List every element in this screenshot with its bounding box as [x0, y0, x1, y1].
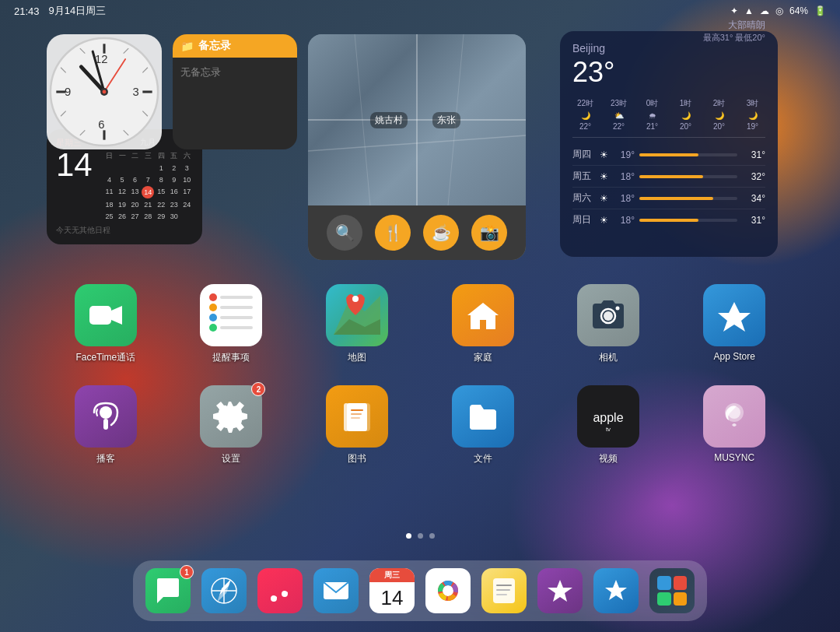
map-camera-button[interactable]: 📸 — [471, 215, 507, 251]
rem-row-3 — [209, 324, 253, 332]
apps-row-1: FaceTime通话 提醒事项 地图 家庭 相机 — [47, 284, 793, 364]
page-dot-3[interactable] — [429, 533, 435, 539]
wifi-icon: ▲ — [744, 5, 754, 16]
hour-temp: 21° — [646, 122, 658, 131]
reminders-icon — [200, 284, 262, 346]
dock-notes[interactable] — [481, 568, 527, 613]
dock-messages[interactable]: 1 — [145, 568, 191, 613]
svg-point-62 — [445, 588, 451, 594]
app-appletv[interactable]: appletv 视频 — [550, 385, 668, 465]
cal-cell: 5 — [116, 174, 128, 185]
app-settings[interactable]: 2 设置 — [173, 385, 291, 465]
app-facetime[interactable]: FaceTime通话 — [47, 284, 165, 364]
map-cafe-button[interactable]: ☕ — [423, 215, 459, 251]
cal-cell: 30 — [168, 211, 180, 222]
books-label: 图书 — [348, 452, 366, 465]
day-bar-wrap — [639, 219, 737, 222]
settings-label: 设置 — [222, 452, 240, 465]
day-icon: ☀ — [596, 149, 611, 160]
signal-icon: ✦ — [730, 5, 738, 16]
date-display: 9月14日周三 — [49, 4, 107, 18]
files-label: 文件 — [474, 452, 492, 465]
messages-badge: 1 — [180, 565, 194, 579]
calendar-no-event: 今天无其他日程 — [56, 225, 193, 236]
app-musync[interactable]: MUSYNC — [675, 385, 793, 465]
calendar-dock-inner: 周三 14 — [369, 568, 415, 613]
clock-face: 12 3 6 9 — [47, 34, 162, 149]
app-maps[interactable]: 地图 — [298, 284, 416, 364]
weather-hour-5: 3时 🌙 19° — [740, 98, 765, 131]
notes-header: 📁 备忘录 — [173, 34, 297, 58]
app-podcasts[interactable]: 播客 — [47, 385, 165, 465]
cal-hdr-fri: 五 — [168, 150, 180, 162]
cal-cell: 3 — [180, 163, 193, 174]
cal-cell: 13 — [129, 186, 142, 198]
map-svg — [308, 34, 526, 205]
page-dot-2[interactable] — [418, 533, 423, 539]
hour-temp: 20° — [713, 122, 725, 131]
dock-photos[interactable] — [425, 568, 471, 613]
svg-text:9: 9 — [65, 86, 71, 98]
map-restaurant-button[interactable]: 🍴 — [375, 215, 411, 251]
appstore-icon — [703, 284, 765, 346]
svg-text:apple: apple — [593, 411, 624, 424]
cal-cell — [103, 163, 116, 174]
cal-cell: 23 — [168, 199, 180, 210]
cal-dock-weekday: 周三 — [369, 568, 415, 582]
cal-cell: 4 — [103, 174, 116, 185]
dock-safari[interactable] — [201, 568, 247, 613]
cal-hdr-mon: 一 — [116, 150, 128, 162]
weather-highlow: 最高31° 最低20° — [703, 32, 765, 44]
app-camera[interactable]: 相机 — [550, 284, 668, 364]
app-files[interactable]: 文件 — [424, 385, 542, 465]
cal-cell: 8 — [155, 174, 167, 185]
day-icon: ☀ — [596, 171, 611, 182]
rem-line — [220, 296, 253, 299]
multiapp-cell-2 — [674, 576, 688, 590]
page-dot-1[interactable] — [406, 533, 411, 539]
weather-hour-2: 0时 🌧 21° — [639, 98, 665, 131]
cal-cell: 18 — [103, 199, 116, 210]
hour-icon: 🌙 — [715, 111, 724, 120]
multiapp-cell-4 — [674, 592, 688, 606]
day-name: 周六 — [572, 191, 596, 205]
app-appstore[interactable]: App Store — [675, 284, 793, 364]
day-icon: ☀ — [596, 215, 611, 226]
facetime-icon — [75, 284, 137, 346]
dock-mail[interactable] — [313, 568, 359, 613]
day-high: 31° — [742, 149, 765, 160]
svg-rect-38 — [103, 419, 108, 430]
cal-cell: 22 — [155, 199, 167, 210]
rem-row-1 — [209, 304, 253, 311]
cal-cell: 24 — [180, 199, 193, 210]
app-books[interactable]: 图书 — [298, 385, 416, 465]
app-reminders[interactable]: 提醒事项 — [173, 284, 291, 364]
dock-appstore[interactable] — [593, 568, 639, 613]
app-home[interactable]: 家庭 — [424, 284, 542, 364]
dock-music[interactable] — [257, 568, 303, 613]
maps-icon — [326, 284, 388, 346]
cal-hdr-wed: 三 — [142, 150, 154, 162]
map-search-button[interactable]: 🔍 — [327, 215, 362, 251]
cal-cell — [129, 163, 142, 174]
dock-multiapp[interactable] — [649, 568, 695, 613]
cal-cell — [180, 211, 193, 222]
rem-line — [220, 306, 253, 309]
day-bar — [639, 197, 713, 200]
status-icons: ✦ ▲ ☁ ◎ 64% 🔋 — [730, 5, 826, 16]
multiapp-cell-3 — [657, 592, 671, 606]
svg-rect-28 — [89, 306, 111, 325]
cal-cell: 29 — [155, 211, 167, 222]
day-name: 周四 — [572, 148, 596, 161]
cal-cell: 20 — [129, 199, 142, 210]
day-bar-wrap — [639, 153, 737, 156]
dock-topcharts[interactable] — [537, 568, 583, 613]
battery-percent: 64% — [789, 5, 808, 16]
map-bottom-bar: 🔍 🍴 ☕ 📸 — [308, 205, 526, 260]
status-time: 21:43 9月14日周三 — [14, 4, 106, 18]
maps-label: 地图 — [348, 351, 366, 364]
dock-calendar[interactable]: 周三 14 — [369, 568, 415, 613]
svg-text:3: 3 — [133, 86, 139, 98]
day-high: 32° — [742, 171, 765, 182]
svg-point-37 — [100, 406, 112, 419]
